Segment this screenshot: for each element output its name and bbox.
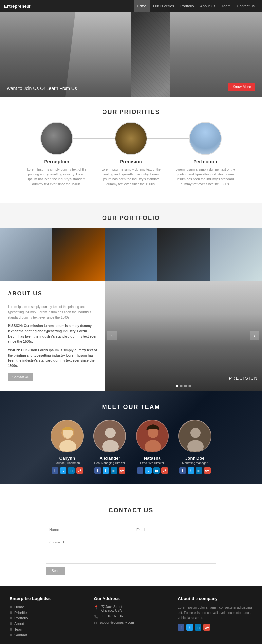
priority-perception-text: Lorem Ipsum is simply dummy text of the … [25, 167, 89, 187]
footer-nav-about-label: About [14, 622, 24, 626]
carousel-next-button[interactable]: › [250, 331, 259, 340]
footer-col-nav: Enterprise Logistics Home Priorities Por… [10, 596, 84, 638]
nav-priorities[interactable]: Our Priorities [150, 0, 177, 12]
about-contact-button[interactable]: Contact Us [8, 373, 33, 381]
about-description: Lorem Ipsum is simply dummy text of the … [8, 304, 97, 320]
priority-perfection-image [189, 122, 222, 155]
footer-nav-dot [10, 622, 12, 625]
footer-googleplus-icon[interactable]: g+ [203, 624, 210, 631]
carousel-dot-1[interactable] [176, 385, 178, 387]
priority-precision-title: Precision [120, 159, 142, 164]
footer-nav-team-label: Team [14, 627, 23, 631]
about-vision-text: Our vision Lorem Ipsum is simply dummy t… [8, 348, 97, 368]
footer-col-address: Our Address 📍 77 Jack StreetChicago, USA… [94, 596, 168, 638]
member-johndoe-role: Marketing Manager [182, 461, 208, 465]
alexander-googleplus-icon[interactable]: g+ [119, 467, 125, 474]
natasha-googleplus-icon[interactable]: g+ [161, 467, 168, 474]
portfolio-item-3[interactable] [105, 228, 157, 281]
footer-nav-about[interactable]: About [10, 622, 84, 626]
footer-address-text: 77 Jack StreetChicago, USA [101, 605, 122, 612]
portfolio-item-2[interactable] [52, 228, 105, 281]
johndoe-twitter-icon[interactable]: t [188, 467, 194, 474]
about-section: ABOUT US Lorem Ipsum is simply dummy tex… [0, 281, 262, 391]
member-carlynn-name: Carlynn [59, 456, 75, 461]
footer-nav-team[interactable]: Team [10, 627, 84, 631]
carlynn-googleplus-icon[interactable]: g+ [76, 467, 83, 474]
natasha-twitter-icon[interactable]: t [145, 467, 152, 474]
nav-home[interactable]: Home [134, 0, 150, 12]
natasha-facebook-icon[interactable]: f [137, 467, 143, 474]
footer-address-title: Our Address [94, 596, 168, 601]
contact-send-button[interactable]: Send [46, 567, 65, 575]
member-carlynn-social: f t in g+ [52, 467, 83, 474]
footer-nav-priorities[interactable]: Priorities [10, 611, 84, 615]
portfolio-section: OUR PORTFOLIO [0, 203, 262, 281]
footer-nav-dot [10, 628, 12, 631]
carlynn-linkedin-icon[interactable]: in [68, 467, 75, 474]
priority-perception: Perception Lorem Ipsum is simply dummy t… [20, 122, 94, 187]
svg-point-6 [105, 428, 116, 438]
footer-nav-home[interactable]: Home [10, 605, 84, 609]
team-member-carlynn: Carlynn Founder, Chairman f t in g+ [51, 420, 84, 474]
portfolio-item-4[interactable] [157, 228, 210, 281]
about-right-panel: ‹ › PRECISION [105, 281, 262, 391]
carousel-dots [176, 385, 191, 387]
about-left-panel: ABOUT US Lorem Ipsum is simply dummy tex… [0, 281, 105, 391]
johndoe-linkedin-icon[interactable]: in [196, 467, 202, 474]
hero-building2 [66, 12, 131, 97]
about-vision-label: VISION: [8, 348, 20, 352]
carousel-dot-4[interactable] [189, 385, 191, 387]
footer-nav-portfolio[interactable]: Portfolio [10, 616, 84, 620]
carousel-dot-3[interactable] [184, 385, 187, 387]
footer-nav-dot [10, 606, 12, 608]
footer-facebook-icon[interactable]: f [178, 624, 184, 631]
alexander-facebook-icon[interactable]: f [94, 467, 101, 474]
carousel-label: PRECISION [229, 376, 258, 381]
portfolio-item-1[interactable] [0, 228, 52, 281]
contact-form: Send [46, 525, 216, 575]
nav-portfolio[interactable]: Portfolio [177, 0, 197, 12]
member-natasha-social: f t in g+ [137, 467, 168, 474]
natasha-linkedin-icon[interactable]: in [153, 467, 160, 474]
footer-nav-portfolio-label: Portfolio [14, 616, 28, 620]
footer-twitter-icon[interactable]: t [186, 624, 193, 631]
priority-precision-text: Lorem Ipsum is simply dummy text of the … [99, 167, 163, 187]
navbar: Entrepreneur Home Our Priorities Portfol… [0, 0, 262, 12]
footer-about-title: About the company [178, 596, 252, 601]
priority-perfection-text: Lorem Ipsum is simply dummy text of the … [173, 167, 237, 187]
carlynn-twitter-icon[interactable]: t [60, 467, 66, 474]
footer-about-text: Lorem ipsum dolor sit amet, consectetur … [178, 605, 252, 621]
footer-grid: Enterprise Logistics Home Priorities Por… [10, 596, 252, 638]
johndoe-googleplus-icon[interactable]: g+ [204, 467, 211, 474]
carousel-dot-2[interactable] [180, 385, 183, 387]
contact-email-input[interactable] [133, 525, 216, 534]
alexander-linkedin-icon[interactable]: in [111, 467, 117, 474]
portfolio-item-5[interactable] [210, 228, 262, 281]
footer-linkedin-icon[interactable]: in [195, 624, 201, 631]
footer-nav-contact[interactable]: Contact [10, 633, 84, 637]
nav-contact[interactable]: Contact Us [234, 0, 258, 12]
contact-name-input[interactable] [46, 525, 129, 534]
alexander-twitter-icon[interactable]: t [103, 467, 109, 474]
portfolio-title: OUR PORTFOLIO [0, 203, 262, 228]
nav-team[interactable]: Team [218, 0, 234, 12]
hero-know-more-button[interactable]: Know More [228, 83, 255, 91]
contact-title: CONTACT US [46, 495, 216, 521]
contact-comment-input[interactable] [46, 538, 216, 564]
priority-perception-title: Perception [44, 159, 70, 164]
carousel-prev-button[interactable]: ‹ [107, 331, 117, 340]
priority-perception-image [40, 122, 73, 155]
email-icon: ✉ [94, 621, 97, 625]
footer-nav-dot [10, 617, 12, 619]
footer-address-location: 📍 77 Jack StreetChicago, USA [94, 605, 168, 612]
footer-nav-priorities-label: Priorities [14, 611, 28, 615]
member-johndoe-social: f t in g+ [179, 467, 211, 474]
carlynn-facebook-icon[interactable]: f [52, 467, 58, 474]
johndoe-facebook-icon[interactable]: f [179, 467, 186, 474]
nav-about[interactable]: About Us [197, 0, 218, 12]
footer-nav-dot [10, 634, 12, 636]
team-member-natasha: Natasha Executive Director f t in g+ [136, 420, 169, 474]
about-carousel-image [105, 281, 262, 391]
priorities-section: OUR PRIORITIES Perception Lorem Ipsum is… [0, 97, 262, 203]
priority-perfection: Perfection Lorem Ipsum is simply dummy t… [168, 122, 242, 187]
